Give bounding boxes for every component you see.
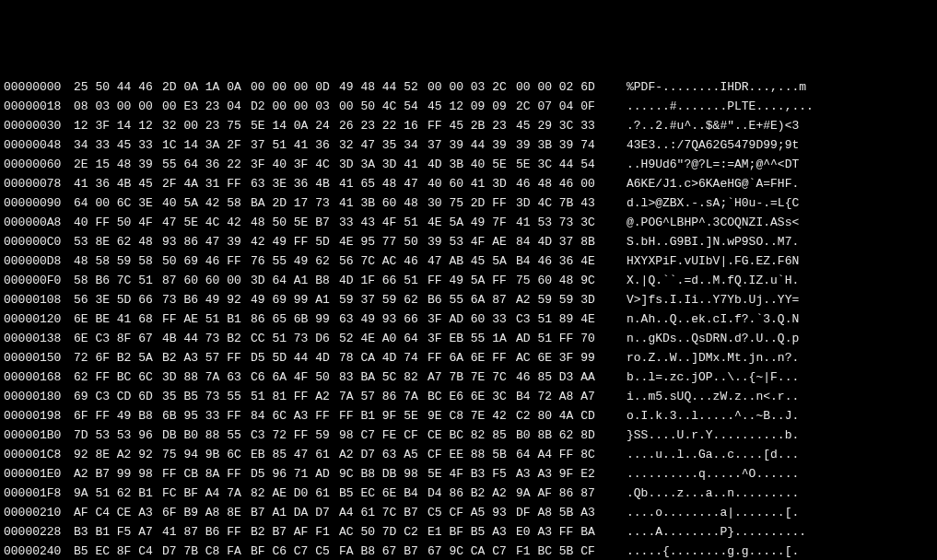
hex-group: 47 AB 45 5A: [428, 251, 516, 271]
hex-row: 00000240B5 EC 8F C4D7 7B C8 FABF C6 C7 C…: [0, 542, 937, 560]
hex-group: B5 EC 6E B4: [339, 484, 428, 503]
hex-group: 50 69 46 FF: [162, 251, 251, 271]
hex-group: C2 80 4A CD: [516, 406, 604, 426]
hex-group: 6F FF 49 B8: [74, 406, 162, 426]
ascii-column: %PDF-........IHDR...,...m: [627, 77, 806, 97]
ascii-column: ......#.......PLTE....,...: [627, 97, 814, 116]
offset: 00000168: [4, 368, 74, 387]
hex-group: 34 33 45 33: [74, 135, 162, 155]
hex-group: 49 48 44 52: [339, 77, 428, 97]
hex-group: B4 72 A8 A7: [516, 387, 604, 406]
hex-group: BF C6 C7 C5: [251, 542, 339, 560]
hex-group: 37 51 41 36: [251, 135, 339, 155]
ascii-column: @.POG^LBHP^.3COQNZI.ASs<: [627, 213, 799, 232]
ascii-column: ..........q.....^O......: [627, 464, 799, 484]
hex-group: 59 37 59 62: [339, 290, 428, 309]
hex-group: 30 75 2D FF: [428, 193, 516, 213]
hex-group: 41 65 48 47: [339, 174, 428, 193]
hex-group: 42 49 FF 5D: [251, 232, 339, 251]
hex-group: 67 9C CA C7: [428, 542, 516, 560]
hex-row: 00000210AF C4 CE A36F B9 A8 8EB7 A1 DA D…: [0, 503, 937, 522]
hex-group: 5E 3C 44 54: [516, 155, 604, 174]
hex-group: 56 7C AC 46: [339, 251, 428, 271]
hex-group: FF B1 9F 5E: [339, 406, 428, 426]
hex-row: 000000A840 FF 50 4F47 5E 4C 4248 50 5E B…: [0, 213, 937, 232]
hex-group: 00 E3 23 04: [162, 97, 251, 116]
hex-group: 47 5E 4C 42: [162, 213, 251, 232]
hex-group: D5 96 71 AD: [251, 464, 339, 484]
hex-group: FF AE 51 B1: [162, 309, 251, 329]
ascii-column: ..H9Ud6"?@?L=:=AM;@^^<DT: [627, 155, 799, 174]
hex-group: 4E 95 77 50: [339, 232, 428, 251]
hex-row: 0000001808 03 00 0000 E3 23 04D2 00 00 0…: [0, 97, 937, 116]
ascii-column: HXYXPiF.vUIbV|.FG.EZ.F6N: [627, 251, 799, 271]
hex-group: 5E 14 0A 24: [251, 116, 339, 135]
hex-group: 45 12 09 09: [428, 97, 516, 116]
hex-group: 33 43 4F 51: [339, 213, 428, 232]
hex-group: 00 00 00 0D: [251, 77, 339, 97]
hex-group: 1C 14 3A 2F: [162, 135, 251, 155]
hex-group: AC 6E 3F 99: [516, 348, 604, 368]
hex-group: 00 00 02 6D: [516, 77, 604, 97]
hex-group: CE BC 82 85: [428, 426, 516, 445]
hex-group: 6E C3 8F 67: [74, 329, 162, 348]
hex-group: B4 46 36 4E: [516, 251, 604, 271]
hex-group: 7A 57 86 7A: [339, 387, 428, 406]
hex-group: CF EE 88 5B: [428, 445, 516, 464]
hex-group: 84 6C A3 FF: [251, 406, 339, 426]
hex-group: 9A AF 86 87: [516, 484, 604, 503]
offset: 00000210: [4, 503, 74, 522]
offset: 00000000: [4, 77, 74, 97]
hex-row: 000001F89A 51 62 B1FC BF A4 7A82 AE D0 6…: [0, 484, 937, 503]
hex-group: FF 49 5A FF: [428, 271, 516, 290]
hex-group: 39 3B 39 74: [516, 135, 604, 155]
offset: 00000150: [4, 348, 74, 368]
hex-group: 41 87 B6 FF: [162, 522, 251, 542]
offset: 00000228: [4, 522, 74, 542]
hex-group: 41 3B 60 48: [339, 193, 428, 213]
hex-group: 49 69 99 A1: [251, 290, 339, 309]
hex-group: 45 29 3C 33: [516, 116, 604, 135]
ascii-column: V>]fs.I.Ii..Y7Yb.Uj..YY=: [627, 290, 799, 309]
hex-group: 6E BE 41 68: [74, 309, 162, 329]
hex-group: 3D 4C 7B 43: [516, 193, 604, 213]
hex-group: AF C4 CE A3: [74, 503, 162, 522]
hex-group: 40 FF 50 4F: [74, 213, 162, 232]
hex-group: 3F 40 3F 4C: [251, 155, 339, 174]
hex-group: D4 86 B2 A2: [428, 484, 516, 503]
hex-group: 39 53 4F AE: [428, 232, 516, 251]
offset: 000000D8: [4, 251, 74, 271]
hex-group: 00 00 03 2C: [428, 77, 516, 97]
hex-group: 9E C8 7E 42: [428, 406, 516, 426]
hex-group: D2 00 00 03: [251, 97, 339, 116]
hex-row: 0000000025 50 44 462D 0A 1A 0A00 00 00 0…: [0, 77, 937, 97]
hex-group: 63 49 93 66: [339, 309, 428, 329]
hex-group: 75 60 48 9C: [516, 271, 604, 290]
hex-group: A2 59 59 3D: [516, 290, 604, 309]
hex-group: 84 4D 37 8B: [516, 232, 604, 251]
hex-group: 53 8E 62 48: [74, 232, 162, 251]
hex-group: 41 36 4B 45: [74, 174, 162, 193]
hex-group: 2E 15 48 39: [74, 155, 162, 174]
hex-group: FF CB 8A FF: [162, 464, 251, 484]
hex-group: 12 3F 14 12: [74, 116, 162, 135]
hex-group: 5E 4F B3 F5: [428, 464, 516, 484]
hex-group: BA 2D 17 73: [251, 193, 339, 213]
hex-group: 55 64 36 22: [162, 155, 251, 174]
hex-group: 2C 07 04 0F: [516, 97, 604, 116]
offset: 000001B0: [4, 426, 74, 445]
offset: 00000108: [4, 290, 74, 309]
hex-group: AC 50 7D C2: [339, 522, 428, 542]
hex-group: 73 B6 49 92: [162, 290, 251, 309]
hex-group: 4D 3B 40 5E: [428, 155, 516, 174]
hex-group: E0 A3 FF BA: [516, 522, 604, 542]
ascii-column: i..m5.sUQ...zW.z..n<.r..: [627, 387, 799, 406]
hex-group: 2F 4A 31 FF: [162, 174, 251, 193]
hex-row: 0000009064 00 6C 3E40 5A 42 58BA 2D 17 7…: [0, 193, 937, 213]
hex-group: 2D 0A 1A 0A: [162, 77, 251, 97]
offset: 00000060: [4, 155, 74, 174]
hex-group: 64 00 6C 3E: [74, 193, 162, 213]
hex-group: 3F EB 55 1A: [428, 329, 516, 348]
hex-dump-view: 0000000025 50 44 462D 0A 1A 0A00 00 00 0…: [0, 77, 937, 560]
ascii-column: ro.Z..W..]DMx.Mt.jn..n?.: [627, 348, 799, 368]
